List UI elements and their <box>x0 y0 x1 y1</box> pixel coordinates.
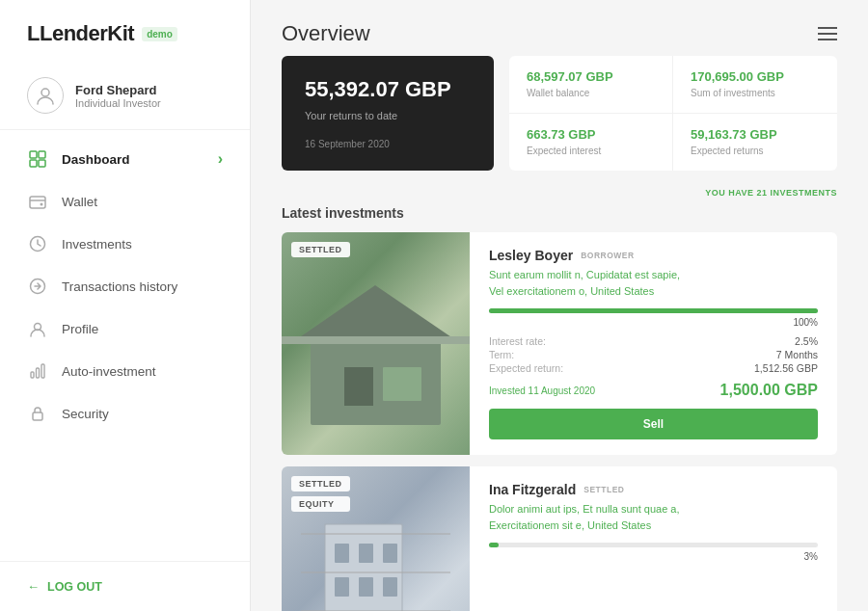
sidebar-item-label: Investments <box>62 237 132 252</box>
badge-group: SETTLED <box>291 242 350 257</box>
investment-card: SETTLED EQUITY Ina Fitzgerald SETTLED Do… <box>282 466 837 611</box>
invested-amount: 1,500.00 GBP <box>720 382 818 399</box>
latest-investments-section: Latest investments SETTLED Les <box>251 205 868 611</box>
returns-card: 55,392.07 GBP Your returns to date 16 Se… <box>282 56 494 171</box>
avatar <box>27 77 64 114</box>
user-profile: Ford Shepard Individual Investor <box>0 64 250 130</box>
expected-return-label: Expected return: <box>489 362 746 374</box>
sidebar-item-label: Dashboard <box>62 152 130 167</box>
svg-rect-23 <box>383 544 397 563</box>
card-body: Ina Fitzgerald SETTLED Dolor animi aut i… <box>470 466 837 611</box>
card-description: Sunt earum mollit n, Cupidatat est sapie… <box>489 267 818 299</box>
card-name: Ina Fitzgerald <box>489 482 576 497</box>
progress-fill <box>489 308 818 313</box>
stat-expected-interest: 663.73 GBP Expected interest <box>509 114 673 172</box>
progress-pct: 100% <box>489 317 818 328</box>
svg-rect-24 <box>335 577 349 597</box>
menu-button[interactable] <box>818 27 837 40</box>
svg-point-0 <box>41 89 49 96</box>
chevron-right-icon: › <box>218 150 223 168</box>
svg-rect-10 <box>31 372 34 378</box>
investments-count: YOU HAVE 21 INVESTMENTS <box>251 186 868 205</box>
card-name: Lesley Boyer <box>489 248 573 263</box>
logo-text: LLenderKit <box>27 21 134 46</box>
sidebar-item-label: Transactions history <box>62 279 177 294</box>
desc-line2: Vel exercitationem o, United States <box>489 285 654 297</box>
user-info: Ford Shepard Individual Investor <box>75 83 161 109</box>
svg-rect-1 <box>30 151 37 158</box>
progress-bar <box>489 308 818 313</box>
svg-point-6 <box>41 203 43 206</box>
user-role: Individual Investor <box>75 97 161 109</box>
sell-button[interactable]: Sell <box>489 409 818 439</box>
auto-investment-icon <box>27 360 48 382</box>
svg-rect-18 <box>282 336 470 344</box>
sidebar-item-label: Wallet <box>62 195 97 209</box>
user-name: Ford Shepard <box>75 83 161 97</box>
invested-date: Invested 11 August 2020 <box>489 385 595 396</box>
svg-rect-25 <box>359 577 373 597</box>
term-value: 7 Months <box>754 349 818 360</box>
sidebar-item-security[interactable]: Security <box>0 392 250 435</box>
dashboard-icon <box>27 148 48 170</box>
desc-line1: Dolor animi aut ips, Et nulla sunt quae … <box>489 503 680 515</box>
card-image: SETTLED <box>282 232 470 455</box>
card-image: SETTLED EQUITY <box>282 466 470 611</box>
stat-expected-returns: 59,163.73 GBP Expected returns <box>673 114 837 172</box>
desc-line1: Sunt earum mollit n, Cupidatat est sapie… <box>489 269 680 280</box>
demo-badge: demo <box>142 27 177 41</box>
svg-rect-16 <box>344 367 373 406</box>
security-icon <box>27 403 48 424</box>
svg-rect-5 <box>30 197 45 208</box>
page-title: Overview <box>282 21 370 46</box>
wallet-icon <box>27 191 48 212</box>
card-header-row: Ina Fitzgerald SETTLED <box>489 482 818 497</box>
stat-sum-investments: 170,695.00 GBP Sum of investments <box>673 56 837 114</box>
logout-button[interactable]: ← LOG OUT <box>0 561 250 611</box>
equity-badge: EQUITY <box>291 496 350 512</box>
interest-rate-label: Interest rate: <box>489 335 746 347</box>
sidebar-item-label: Auto-investment <box>62 364 156 379</box>
sidebar-item-profile[interactable]: Profile <box>0 307 250 350</box>
returns-label: Your returns to date <box>305 110 471 121</box>
card-header-row: Lesley Boyer BORROWER <box>489 248 818 263</box>
sidebar-item-wallet[interactable]: Wallet <box>0 180 250 223</box>
badge-group: SETTLED EQUITY <box>291 476 350 512</box>
stat-value: 68,597.07 GBP <box>527 69 655 84</box>
settled-badge: SETTLED <box>291 242 350 257</box>
logo-l-icon: L <box>27 21 40 45</box>
returns-date: 16 September 2020 <box>305 139 471 149</box>
progress-pct: 3% <box>489 551 818 562</box>
section-title: Latest investments <box>282 205 837 221</box>
profile-icon <box>27 318 48 339</box>
investments-icon <box>27 233 48 254</box>
sidebar-item-dashboard[interactable]: Dashboard › <box>0 138 250 180</box>
svg-rect-22 <box>359 544 373 563</box>
progress-fill <box>489 543 499 547</box>
svg-rect-11 <box>37 368 40 378</box>
sidebar-item-investments[interactable]: Investments <box>0 223 250 265</box>
svg-rect-17 <box>383 367 421 401</box>
term-label: Term: <box>489 349 746 360</box>
expected-return-value: 1,512.56 GBP <box>754 362 818 374</box>
card-description: Dolor animi aut ips, Et nulla sunt quae … <box>489 501 818 533</box>
stat-value: 663.73 GBP <box>527 127 655 142</box>
svg-rect-3 <box>30 160 37 167</box>
arrow-left-icon: ← <box>27 579 40 594</box>
main-header: Overview <box>251 0 868 56</box>
stat-label: Wallet balance <box>527 88 655 98</box>
investment-card: SETTLED Lesley Boyer BORROWER Sunt earum… <box>282 232 837 455</box>
progress-bar <box>489 543 818 547</box>
svg-rect-12 <box>41 364 44 378</box>
stat-label: Expected interest <box>527 146 655 156</box>
settled-badge2: SETTLED <box>291 476 350 491</box>
stats-grid: 68,597.07 GBP Wallet balance 170,695.00 … <box>509 56 837 171</box>
sidebar-item-auto-investment[interactable]: Auto-investment <box>0 350 250 392</box>
svg-rect-26 <box>383 577 397 597</box>
sidebar-item-transactions[interactable]: Transactions history <box>0 265 250 307</box>
svg-rect-4 <box>39 160 45 167</box>
svg-rect-21 <box>335 544 349 563</box>
sidebar: LLenderKit demo Ford Shepard Individual … <box>0 0 251 611</box>
logout-label: LOG OUT <box>47 580 102 594</box>
returns-amount: 55,392.07 GBP <box>305 77 471 102</box>
